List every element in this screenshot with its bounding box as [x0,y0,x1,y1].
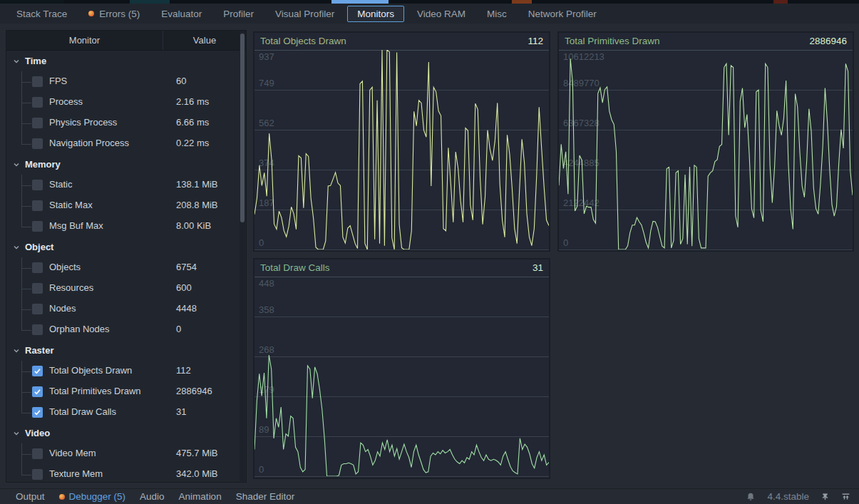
notification-bell-icon[interactable] [746,492,756,502]
monitor-row-video-mem[interactable]: Video Mem475.7 MiB [6,443,246,464]
bottom-tab-output[interactable]: Output [9,491,52,502]
tab-visual-profiler[interactable]: Visual Profiler [264,6,345,22]
monitor-label: Nodes [49,303,76,314]
bottom-tab-debugger-5[interactable]: Debugger (5) [52,491,133,502]
chart-header: Total Primitives Drawn2886946 [559,33,853,48]
chevron-down-icon [13,347,20,354]
pin-bottom-panel-icon[interactable] [821,492,830,501]
tree-guide-line [21,392,31,393]
monitor-value: 8.00 KiB [176,220,211,231]
checkbox-unchecked[interactable] [32,283,43,294]
tab-errors-5[interactable]: Errors (5) [78,6,150,22]
gridline [254,476,549,477]
tree-guide-line [21,330,31,331]
checkbox-unchecked[interactable] [32,97,43,108]
tree-guide-line [21,133,22,144]
chart-total-primitives-drawn: Total Primitives Drawn288694610612213848… [557,31,854,252]
bottom-tab-label: Shader Editor [236,491,295,502]
bottom-tab-label: Debugger (5) [69,491,126,502]
tab-label: Errors (5) [99,9,140,19]
tab-stack-trace[interactable]: Stack Trace [6,6,78,22]
monitor-row-fps[interactable]: FPS60 [6,71,246,92]
scrollbar-thumb[interactable] [240,34,245,222]
monitor-label: Navigation Process [49,138,129,148]
monitor-row-total-primitives-drawn[interactable]: Total Primitives Drawn2886946 [6,381,246,402]
section-label: Object [25,242,53,252]
monitor-label: Total Primitives Drawn [49,386,141,396]
tree-guide-line [21,371,31,372]
chart-total-objects-drawn: Total Objects Drawn1129377495623741870 [253,31,550,252]
monitor-row-nodes[interactable]: Nodes4448 [6,299,246,319]
chart-title: Total Objects Drawn [260,36,346,46]
monitor-tree: TimeFPS60Process2.16 msPhysics Process6.… [6,51,246,483]
section-raster[interactable]: Raster [6,340,246,361]
tab-video-ram[interactable]: Video RAM [406,6,476,22]
chart-current-value: 2886946 [809,36,847,46]
checkbox-unchecked[interactable] [32,262,43,273]
section-video[interactable]: Video [6,423,246,443]
monitor-value: 2.16 ms [176,96,209,107]
checkbox-checked[interactable] [32,366,43,376]
tree-guide-line [21,268,31,269]
monitor-row-total-draw-calls[interactable]: Total Draw Calls31 [6,402,246,423]
column-header-value: Value [163,31,246,50]
section-object[interactable]: Object [6,237,246,257]
checkbox-unchecked[interactable] [32,221,43,232]
checkbox-checked[interactable] [32,407,43,418]
chart-total-draw-calls: Total Draw Calls31448358268179890 [253,258,550,479]
checkbox-unchecked[interactable] [32,180,43,190]
monitor-value: 2886946 [176,386,212,396]
section-label: Raster [25,345,53,356]
tab-misc[interactable]: Misc [476,6,518,22]
monitor-value: 4448 [176,303,197,314]
monitor-row-resources[interactable]: Resources600 [6,278,246,299]
error-dot-icon [59,494,65,500]
monitor-value: 0.22 ms [176,138,209,148]
section-time[interactable]: Time [6,51,246,71]
monitor-row-total-objects-drawn[interactable]: Total Objects Drawn112 [6,361,246,381]
checkbox-unchecked[interactable] [32,138,43,149]
chart-current-value: 31 [533,262,543,273]
scrollbar-track[interactable] [240,31,245,481]
tab-monitors[interactable]: Monitors [347,6,404,22]
checkbox-unchecked[interactable] [32,304,43,314]
monitor-row-orphan-nodes[interactable]: Orphan Nodes0 [6,319,246,340]
expand-bottom-panel-icon[interactable] [841,492,850,501]
tab-evaluator[interactable]: Evaluator [150,6,212,22]
section-memory[interactable]: Memory [6,154,246,175]
monitor-row-objects[interactable]: Objects6754 [6,257,246,278]
tab-profiler[interactable]: Profiler [212,6,264,22]
monitor-row-navigation-process[interactable]: Navigation Process0.22 ms [6,133,246,154]
section-label: Time [25,56,46,66]
gridline [254,250,549,250]
monitor-value: 6754 [176,262,197,272]
monitor-row-process[interactable]: Process2.16 ms [6,92,246,113]
checkbox-unchecked[interactable] [32,200,43,211]
chart-line [254,50,549,250]
tab-network-profiler[interactable]: Network Profiler [518,6,607,22]
monitor-row-physics-process[interactable]: Physics Process6.66 ms [6,113,246,133]
checkbox-unchecked[interactable] [32,76,43,87]
tree-guide-line [21,216,22,227]
chart-line [559,58,853,250]
monitor-row-texture-mem[interactable]: Texture Mem342.0 MiB [6,464,246,483]
checkbox-unchecked[interactable] [32,469,43,480]
tree-guide-line [21,227,31,227]
checkbox-checked[interactable] [32,386,43,397]
bottom-tab-audio[interactable]: Audio [133,491,172,502]
chart-title: Total Primitives Drawn [565,36,660,46]
monitors-content: Monitor Value TimeFPS60Process2.16 msPhy… [0,24,859,488]
monitor-label: Texture Mem [49,468,103,479]
bottom-tab-animation[interactable]: Animation [172,491,229,502]
monitor-row-static-max[interactable]: Static Max208.8 MiB [6,195,246,216]
monitor-row-static[interactable]: Static138.1 MiB [6,175,246,195]
checkbox-unchecked[interactable] [32,324,43,335]
debugger-tab-bar: Stack TraceErrors (5)EvaluatorProfilerVi… [0,4,859,24]
monitor-row-msg-buf-max[interactable]: Msg Buf Max8.00 KiB [6,216,246,237]
bottom-panel-bar: OutputDebugger (5)AudioAnimationShader E… [0,488,859,504]
tab-label: Monitors [357,9,394,19]
tab-label: Evaluator [161,9,202,19]
bottom-tab-shader-editor[interactable]: Shader Editor [229,491,302,502]
checkbox-unchecked[interactable] [32,448,43,459]
checkbox-unchecked[interactable] [32,118,43,128]
